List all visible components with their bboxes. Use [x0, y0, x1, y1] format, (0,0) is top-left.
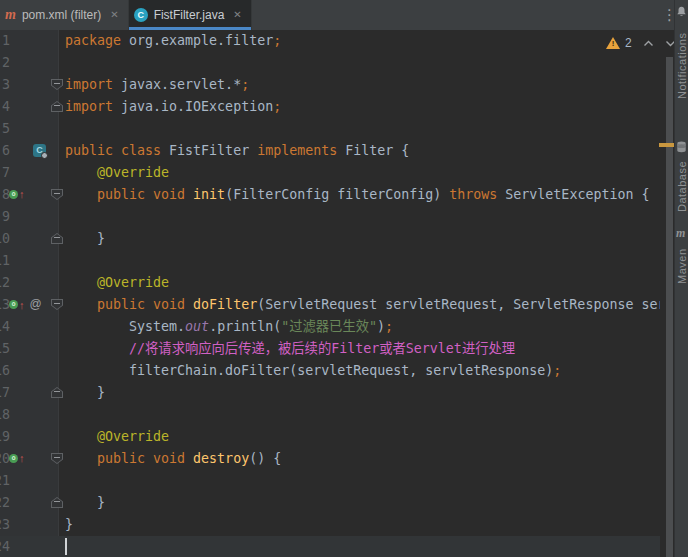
editor-line: 24 — [0, 536, 660, 557]
editor-line: 5 — [0, 118, 660, 140]
scrollbar-thumb[interactable] — [666, 57, 673, 557]
code-line[interactable]: System.out.println("过滤器已生效"); — [65, 316, 393, 338]
code-line[interactable]: } — [65, 228, 105, 250]
line-number[interactable]: 4 — [0, 96, 10, 118]
code-editor[interactable]: 1package org.example.filter;23import jav… — [0, 30, 660, 557]
editor-line: 6Cpublic class FistFilter implements Fil… — [0, 140, 660, 162]
override-arrow-icon: ↑ — [19, 299, 25, 311]
editor-line: 7 @Override — [0, 162, 660, 184]
code-line[interactable]: filterChain.doFilter(servletRequest, ser… — [65, 360, 561, 382]
fold-start-icon[interactable] — [51, 299, 63, 310]
tab-fistfilter-java[interactable]: C FistFilter.java ✕ — [129, 0, 252, 30]
fold-end-icon[interactable] — [51, 497, 63, 508]
fold-end-icon[interactable] — [51, 233, 63, 244]
editor-line: 15 //将请求响应向后传递，被后续的Filter或者Servlet进行处理 — [0, 338, 660, 360]
line-number[interactable]: 23 — [0, 514, 10, 536]
code-line[interactable]: package org.example.filter; — [65, 30, 281, 52]
editor-line: 18 — [0, 404, 660, 426]
line-number[interactable]: 10 — [0, 228, 10, 250]
code-line[interactable]: @Override — [65, 162, 169, 184]
line-number[interactable]: 11 — [0, 250, 10, 272]
override-circle-icon: o — [9, 190, 18, 199]
line-number[interactable]: 12 — [0, 272, 10, 294]
editor-line: 9 — [0, 206, 660, 228]
toolwindow-notifications[interactable]: Notifications — [675, 22, 688, 110]
fold-start-icon[interactable] — [51, 79, 63, 90]
editor-tab-bar: m pom.xml (filter) ✕ C FistFilter.java ✕… — [0, 0, 688, 30]
notifications-bell-icon[interactable] — [676, 6, 687, 18]
editor-line: 11 — [0, 250, 660, 272]
editor-line: 10 } — [0, 228, 660, 250]
tab-label: pom.xml (filter) — [22, 8, 101, 22]
override-arrow-icon: ↑ — [19, 188, 25, 200]
editor-line: 3import javax.servlet.*; — [0, 74, 660, 96]
code-line[interactable]: public class FistFilter implements Filte… — [65, 140, 409, 162]
toolwindow-maven[interactable]: Maven — [675, 243, 688, 289]
tool-window-stripe: Notifications Database m Maven — [674, 0, 688, 557]
editor-line: 23} — [0, 514, 660, 536]
line-number[interactable]: 6 — [0, 140, 10, 162]
toolwindow-database[interactable]: Database — [675, 157, 688, 215]
line-number[interactable]: 18 — [0, 404, 10, 426]
code-line[interactable]: @Override — [65, 272, 169, 294]
line-number[interactable]: 17 — [0, 382, 10, 404]
line-number[interactable]: 9 — [0, 206, 10, 228]
warning-icon: ! — [606, 37, 620, 49]
line-number[interactable]: 7 — [0, 162, 10, 184]
line-number[interactable]: 22 — [0, 492, 10, 514]
line-number[interactable]: 14 — [0, 316, 10, 338]
code-line[interactable]: import javax.servlet.*; — [65, 74, 249, 96]
line-number[interactable]: 2 — [0, 52, 10, 74]
code-line[interactable]: @Override — [65, 426, 169, 448]
code-line[interactable]: } — [65, 514, 73, 536]
line-number[interactable]: 15 — [0, 338, 10, 360]
editor-line: 21 — [0, 470, 660, 492]
fold-end-icon[interactable] — [51, 101, 63, 112]
code-line[interactable]: //将请求响应向后传递，被后续的Filter或者Servlet进行处理 — [65, 338, 515, 360]
annotation-icon: @ — [30, 298, 42, 311]
override-method-icon[interactable]: o↑ — [9, 452, 25, 464]
override-circle-icon: o — [9, 454, 18, 463]
line-number[interactable]: 3 — [0, 74, 10, 96]
fold-end-icon[interactable] — [51, 387, 63, 398]
editor-line: 16 filterChain.doFilter(servletRequest, … — [0, 360, 660, 382]
maven-stripe-icon[interactable]: m — [676, 226, 685, 241]
editor-line: 8o↑ public void init(FilterConfig filter… — [0, 184, 660, 206]
editor-line: 1package org.example.filter; — [0, 30, 660, 52]
line-number[interactable]: 24 — [0, 536, 10, 557]
line-number[interactable]: 1 — [0, 30, 10, 52]
editor-line: 13o↑@ public void doFilter(ServletReques… — [0, 294, 660, 316]
prev-issue-icon[interactable] — [643, 40, 654, 47]
fold-start-icon[interactable] — [51, 453, 63, 464]
code-line[interactable]: } — [65, 492, 105, 514]
maven-icon: m — [5, 8, 16, 22]
line-number[interactable]: 16 — [0, 360, 10, 382]
code-line[interactable]: } — [65, 382, 105, 404]
tab-pom-xml[interactable]: m pom.xml (filter) ✕ — [0, 0, 129, 30]
override-method-icon[interactable]: o↑ — [9, 188, 25, 200]
override-method-icon[interactable]: o↑@ — [9, 298, 42, 311]
ide-window: m pom.xml (filter) ✕ C FistFilter.java ✕… — [0, 0, 688, 557]
line-number[interactable]: 5 — [0, 118, 10, 140]
editor-line: 14 System.out.println("过滤器已生效"); — [0, 316, 660, 338]
code-line[interactable]: public void destroy() { — [65, 448, 281, 470]
close-icon[interactable]: ✕ — [110, 10, 118, 20]
line-number[interactable]: 21 — [0, 470, 10, 492]
editor-line: 12 @Override — [0, 272, 660, 294]
code-line[interactable]: public void init(FilterConfig filterConf… — [65, 184, 649, 206]
code-line[interactable]: import java.io.IOException; — [65, 96, 281, 118]
warning-count: 2 — [625, 36, 632, 50]
editor-line: 2 — [0, 52, 660, 74]
text-caret — [65, 538, 67, 555]
line-number[interactable]: 19 — [0, 426, 10, 448]
close-icon[interactable]: ✕ — [233, 10, 241, 20]
java-class-icon: C — [134, 8, 148, 22]
class-icon[interactable]: C — [33, 144, 46, 157]
editor-line: 19 @Override — [0, 426, 660, 448]
override-arrow-icon: ↑ — [19, 452, 25, 464]
inspections-widget[interactable]: ! 2 — [606, 36, 676, 50]
fold-start-icon[interactable] — [51, 189, 63, 200]
override-circle-icon: o — [9, 300, 18, 309]
code-line[interactable]: public void doFilter(ServletRequest serv… — [65, 294, 660, 316]
database-icon[interactable] — [676, 141, 687, 153]
